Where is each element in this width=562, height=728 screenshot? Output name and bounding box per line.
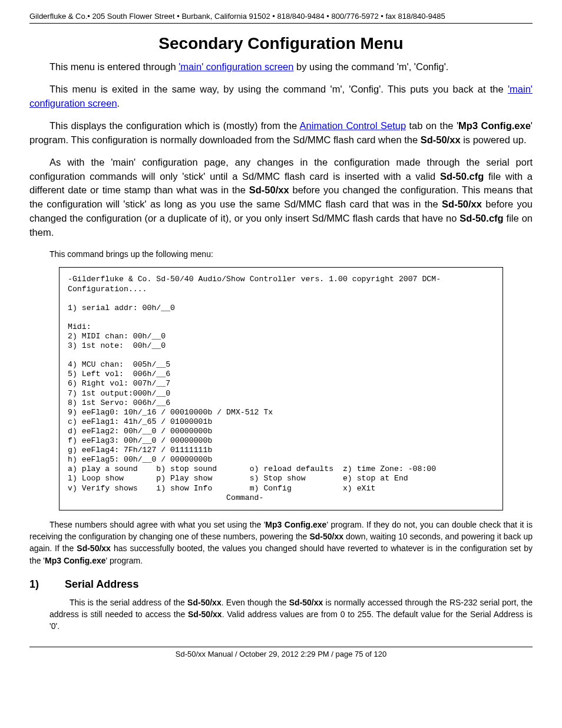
section-number: 1) [29,578,65,591]
page-footer: Sd-50/xx Manual / October 29, 2012 2:29 … [29,647,533,658]
text: This is the serial address of the [70,598,187,607]
text: These numbers should agree with what you… [49,520,265,529]
link-animation-control-setup[interactable]: Animation Control Setup [300,120,406,131]
bold-sd50xx-7: Sd-50/xx [289,598,323,607]
text: by using the command 'm', 'Config'. [293,61,448,72]
text: This menu is entered through [49,61,178,72]
para-2: This menu is exited in the same way, by … [29,83,533,111]
bold-sd50cfg-1: Sd-50.cfg [440,171,484,182]
text: . [117,98,120,108]
text: tab on the ' [406,120,458,131]
section-heading-serial-address: 1)Serial Address [29,578,533,591]
text: This displays the configuration which is… [49,120,300,131]
section-title: Serial Address [65,578,138,590]
para-4: As with the 'main' configuration page, a… [29,156,533,241]
para-3: This displays the configuration which is… [29,119,533,147]
bold-sd50xx-4: Sd-50/xx [309,532,343,541]
para-5: This command brings up the following men… [29,248,533,260]
bold-sd50xx-1: Sd-50/xx [421,134,461,145]
bold-sd50xx-5: Sd-50/xx [77,543,111,553]
text: is powered up. [461,134,527,145]
text: . Even though the [222,598,289,607]
bold-mp3config-3: Mp3 Config.exe [45,556,105,565]
para-1: This menu is entered through 'main' conf… [29,60,533,74]
page-header: Gilderfluke & Co.• 205 South Flower Stre… [29,12,533,24]
text: ' program. [106,556,143,565]
bold-sd50xx-2: Sd-50/xx [249,185,289,195]
para-7: This is the serial address of the Sd-50/… [29,597,533,633]
bold-sd50xx-6: Sd-50/xx [187,598,222,607]
bold-mp3config-1: Mp3 Config.exe [458,120,531,131]
text: This menu is exited in the same way, by … [49,84,508,94]
bold-mp3config-2: Mp3 Config.exe [265,520,326,529]
bold-sd50xx-3: Sd-50/xx [442,199,482,209]
link-main-config-1[interactable]: 'main' configuration screen [178,61,293,72]
bold-sd50cfg-2: Sd-50.cfg [459,213,503,223]
terminal-menu-box: -Gilderfluke & Co. Sd-50/40 Audio/Show C… [59,267,503,510]
page-title: Secondary Configuration Menu [29,34,533,53]
bold-sd50xx-8: Sd-50/xx [188,610,222,619]
para-6: These numbers should agree with what you… [29,519,533,566]
